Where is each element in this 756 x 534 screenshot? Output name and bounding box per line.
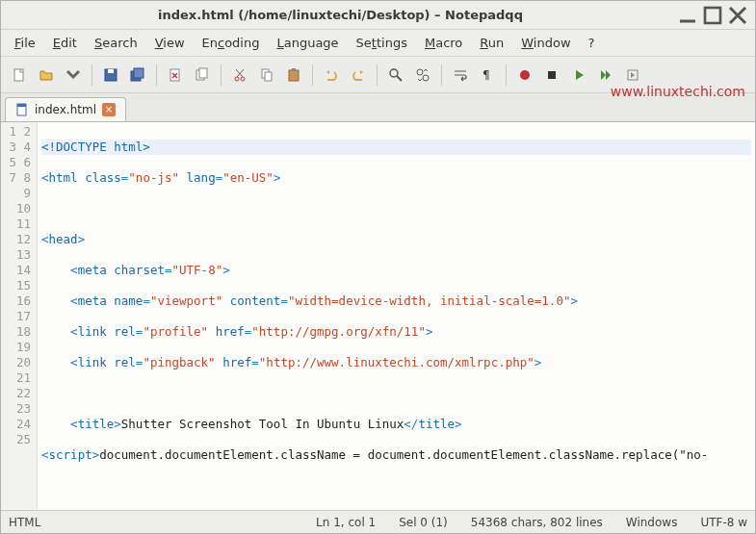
maximize-button[interactable] — [703, 6, 722, 25]
close-all-button[interactable] — [190, 63, 215, 88]
stop-macro-button[interactable] — [539, 63, 564, 88]
app-window: index.html (/home/linuxtechi/Desktop) – … — [0, 0, 756, 534]
separator — [91, 64, 92, 86]
line-gutter: 1 2 3 4 5 6 7 8 9 10 11 12 13 14 15 16 1… — [1, 122, 38, 510]
svg-point-14 — [235, 77, 239, 81]
svg-rect-6 — [108, 69, 114, 73]
svg-rect-31 — [17, 104, 26, 107]
document-icon — [15, 103, 29, 116]
separator — [156, 64, 157, 86]
show-all-chars-button[interactable]: ¶ — [475, 63, 500, 88]
cut-button[interactable] — [227, 63, 252, 88]
separator — [312, 64, 313, 86]
svg-rect-4 — [14, 69, 23, 81]
menu-settings[interactable]: Settings — [349, 32, 415, 54]
menu-language[interactable]: Language — [269, 32, 346, 54]
paste-button[interactable] — [281, 63, 306, 88]
separator — [506, 64, 507, 86]
play-macro-button[interactable] — [566, 63, 591, 88]
menu-window[interactable]: Window — [513, 32, 578, 54]
svg-point-22 — [390, 69, 398, 77]
close-button[interactable] — [728, 6, 747, 25]
svg-point-24 — [417, 69, 423, 75]
menubar: File Edit Search View Encoding Language … — [1, 30, 755, 57]
editor-area[interactable]: 1 2 3 4 5 6 7 8 9 10 11 12 13 14 15 16 1… — [1, 122, 755, 510]
svg-line-16 — [237, 69, 244, 77]
menu-macro[interactable]: Macro — [417, 32, 470, 54]
close-file-button[interactable] — [163, 63, 188, 88]
save-all-button[interactable] — [125, 63, 150, 88]
separator — [221, 64, 222, 86]
wordwrap-button[interactable] — [448, 63, 473, 88]
minimize-button[interactable] — [678, 6, 697, 25]
svg-line-23 — [397, 76, 402, 81]
find-button[interactable] — [383, 63, 408, 88]
menu-file[interactable]: File — [7, 32, 43, 54]
titlebar: index.html (/home/linuxtechi/Desktop) – … — [1, 1, 755, 30]
menu-run[interactable]: Run — [472, 32, 511, 54]
svg-rect-20 — [289, 70, 299, 81]
status-chars: 54368 chars, 802 lines — [471, 516, 603, 529]
svg-rect-8 — [134, 68, 143, 78]
tab-index-html[interactable]: index.html × — [5, 97, 126, 121]
redo-button[interactable] — [346, 63, 371, 88]
save-button[interactable] — [98, 63, 123, 88]
svg-rect-1 — [705, 8, 720, 23]
statusbar: HTML Ln 1, col 1 Sel 0 (1) 54368 chars, … — [1, 510, 755, 533]
menu-view[interactable]: View — [147, 32, 193, 54]
svg-text:¶: ¶ — [482, 68, 490, 82]
svg-rect-21 — [292, 68, 296, 71]
svg-point-15 — [241, 77, 245, 81]
new-file-button[interactable] — [7, 63, 32, 88]
svg-rect-13 — [199, 68, 207, 78]
svg-point-25 — [423, 75, 429, 81]
toolbar: ¶ www.linuxtechi.com — [1, 57, 755, 93]
record-macro-button[interactable] — [512, 63, 537, 88]
window-title: index.html (/home/linuxtechi/Desktop) – … — [9, 8, 672, 22]
status-language: HTML — [9, 516, 40, 529]
status-selection: Sel 0 (1) — [399, 516, 448, 529]
tab-label: index.html — [35, 103, 96, 116]
svg-line-17 — [236, 69, 243, 77]
dropdown-icon[interactable] — [61, 63, 86, 88]
copy-button[interactable] — [254, 63, 279, 88]
separator — [377, 64, 378, 86]
status-encoding: UTF-8 w — [700, 516, 747, 529]
code-area[interactable]: <!DOCTYPE html> <html class="no-js" lang… — [38, 122, 755, 510]
menu-encoding[interactable]: Encoding — [195, 32, 268, 54]
tab-close-button[interactable]: × — [102, 103, 116, 116]
replace-button[interactable] — [410, 63, 435, 88]
svg-rect-28 — [548, 71, 556, 79]
undo-button[interactable] — [319, 63, 344, 88]
code-text: <!DOCTYPE html> — [41, 140, 150, 154]
watermark-text: www.linuxtechi.com — [611, 84, 745, 99]
menu-help[interactable]: ? — [581, 32, 603, 54]
menu-edit[interactable]: Edit — [45, 32, 85, 54]
svg-point-27 — [520, 70, 530, 80]
menu-search[interactable]: Search — [87, 32, 145, 54]
status-position: Ln 1, col 1 — [316, 516, 376, 529]
open-file-button[interactable] — [34, 63, 59, 88]
separator — [441, 64, 442, 86]
svg-rect-19 — [265, 72, 272, 81]
status-eol: Windows — [626, 516, 678, 529]
